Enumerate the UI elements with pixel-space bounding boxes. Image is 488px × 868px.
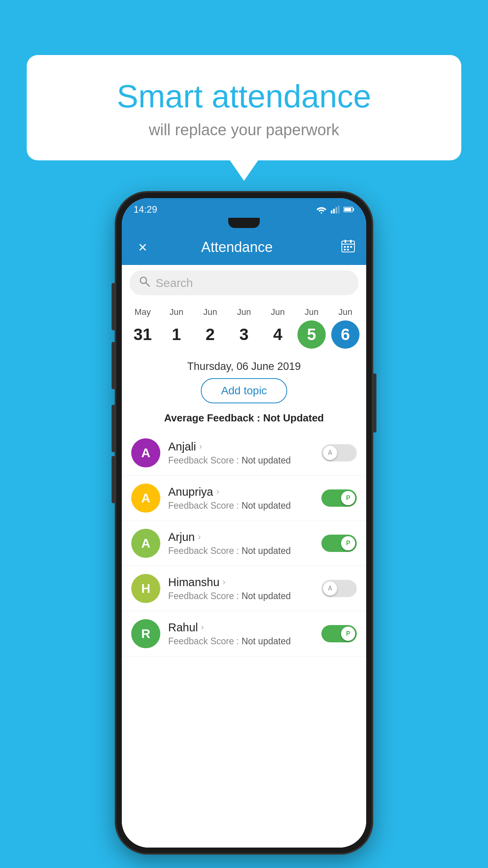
add-topic-container: Add topic: [122, 374, 366, 409]
battery-icon: [343, 206, 354, 213]
date-month-label: Jun: [338, 307, 352, 317]
list-item[interactable]: AArjun ›Feedback Score : Not updatedP: [122, 521, 366, 566]
avatar: R: [131, 619, 160, 648]
svg-rect-1: [331, 210, 332, 213]
date-number[interactable]: 6: [331, 320, 360, 349]
toggle-circle: A: [323, 446, 337, 460]
calendar-date-item[interactable]: May31: [128, 307, 157, 349]
app-header: × Attendance: [122, 230, 366, 265]
toggle-wrap[interactable]: P: [321, 489, 357, 507]
student-feedback: Feedback Score : Not updated: [168, 455, 314, 466]
student-info: Anjali ›Feedback Score : Not updated: [168, 440, 314, 466]
avg-feedback-value: Not Updated: [263, 412, 324, 424]
toggle-wrap[interactable]: P: [321, 625, 357, 642]
wifi-icon: [316, 206, 327, 213]
attendance-toggle[interactable]: P: [321, 535, 357, 552]
date-month-label: Jun: [305, 307, 318, 317]
svg-rect-14: [350, 246, 352, 248]
bubble-title: Smart attendance: [50, 79, 438, 114]
search-container: Search: [122, 265, 366, 301]
feedback-value: Not updated: [242, 455, 291, 465]
svg-rect-13: [347, 246, 349, 248]
student-info: Anupriya ›Feedback Score : Not updated: [168, 485, 314, 511]
search-bar[interactable]: Search: [130, 270, 358, 295]
student-name: Rahul ›: [168, 621, 314, 634]
notch: [228, 218, 260, 228]
date-number[interactable]: 1: [162, 320, 191, 349]
student-feedback: Feedback Score : Not updated: [168, 636, 314, 647]
calendar-date-item[interactable]: Jun4: [264, 307, 292, 349]
status-time: 14:29: [134, 204, 316, 215]
search-input[interactable]: Search: [156, 276, 193, 290]
speech-bubble: Smart attendance will replace your paper…: [27, 55, 461, 160]
avatar: H: [131, 574, 160, 603]
attendance-toggle[interactable]: P: [321, 625, 357, 642]
phone-screen: 14:29: [122, 198, 366, 848]
student-info: Arjun ›Feedback Score : Not updated: [168, 531, 314, 556]
status-icons: [316, 206, 354, 213]
signal-icon: [331, 206, 339, 213]
feedback-value: Not updated: [242, 591, 291, 601]
bubble-subtitle: will replace your paperwork: [50, 121, 438, 139]
chevron-right-icon: ›: [201, 622, 204, 633]
student-name: Arjun ›: [168, 531, 314, 544]
svg-rect-3: [336, 207, 337, 213]
svg-rect-2: [333, 209, 335, 213]
date-number[interactable]: 2: [196, 320, 224, 349]
calendar-date-item[interactable]: Jun2: [196, 307, 224, 349]
date-month-label: Jun: [169, 307, 183, 317]
date-month-label: Jun: [271, 307, 284, 317]
add-topic-button[interactable]: Add topic: [201, 378, 288, 403]
calendar-strip: May31Jun1Jun2Jun3Jun4Jun5Jun6: [122, 301, 366, 357]
feedback-value: Not updated: [242, 636, 291, 646]
date-number[interactable]: 3: [230, 320, 258, 349]
feedback-value: Not updated: [242, 546, 291, 556]
student-feedback: Feedback Score : Not updated: [168, 591, 314, 601]
svg-point-0: [321, 212, 322, 213]
student-list: AAnjali ›Feedback Score : Not updatedAAA…: [122, 430, 366, 848]
speech-bubble-container: Smart attendance will replace your paper…: [27, 55, 461, 160]
student-feedback: Feedback Score : Not updated: [168, 500, 314, 511]
student-name: Anjali ›: [168, 440, 314, 453]
calendar-date-item[interactable]: Jun6: [331, 307, 360, 349]
phone-frame: 14:29: [116, 193, 372, 853]
list-item[interactable]: HHimanshu ›Feedback Score : Not updatedA: [122, 566, 366, 611]
calendar-date-item[interactable]: Jun1: [162, 307, 191, 349]
list-item[interactable]: AAnjali ›Feedback Score : Not updatedA: [122, 430, 366, 476]
date-month-label: Jun: [203, 307, 217, 317]
toggle-circle: A: [323, 581, 337, 596]
toggle-wrap[interactable]: P: [321, 535, 357, 552]
avatar: A: [131, 438, 160, 467]
avg-feedback: Average Feedback : Not Updated: [122, 409, 366, 430]
avatar: A: [131, 484, 160, 513]
student-name: Anupriya ›: [168, 485, 314, 498]
selected-date-label: Thursday, 06 June 2019: [122, 357, 366, 374]
date-number[interactable]: 5: [297, 320, 326, 349]
notch-area: [122, 218, 366, 230]
toggle-circle: P: [341, 536, 355, 550]
chevron-right-icon: ›: [199, 441, 202, 452]
svg-rect-15: [344, 249, 346, 250]
list-item[interactable]: AAnupriya ›Feedback Score : Not updatedP: [122, 476, 366, 521]
list-item[interactable]: RRahul ›Feedback Score : Not updatedP: [122, 611, 366, 657]
toggle-wrap[interactable]: A: [321, 444, 357, 462]
calendar-icon[interactable]: [341, 239, 355, 256]
toggle-circle: P: [341, 491, 355, 505]
attendance-toggle[interactable]: P: [321, 489, 357, 507]
calendar-date-item[interactable]: Jun5: [297, 307, 326, 349]
svg-rect-6: [353, 208, 354, 211]
date-number[interactable]: 4: [264, 320, 292, 349]
student-info: Rahul ›Feedback Score : Not updated: [168, 621, 314, 647]
avg-feedback-prefix: Average Feedback :: [164, 412, 263, 424]
attendance-toggle[interactable]: A: [321, 580, 357, 597]
svg-rect-10: [345, 240, 346, 243]
calendar-date-item[interactable]: Jun3: [230, 307, 258, 349]
svg-line-18: [146, 283, 149, 286]
avatar: A: [131, 529, 160, 558]
toggle-wrap[interactable]: A: [321, 580, 357, 597]
chevron-right-icon: ›: [216, 487, 219, 497]
toggle-circle: P: [341, 627, 355, 641]
date-month-label: May: [134, 307, 151, 317]
date-number[interactable]: 31: [128, 320, 157, 349]
attendance-toggle[interactable]: A: [321, 444, 357, 462]
